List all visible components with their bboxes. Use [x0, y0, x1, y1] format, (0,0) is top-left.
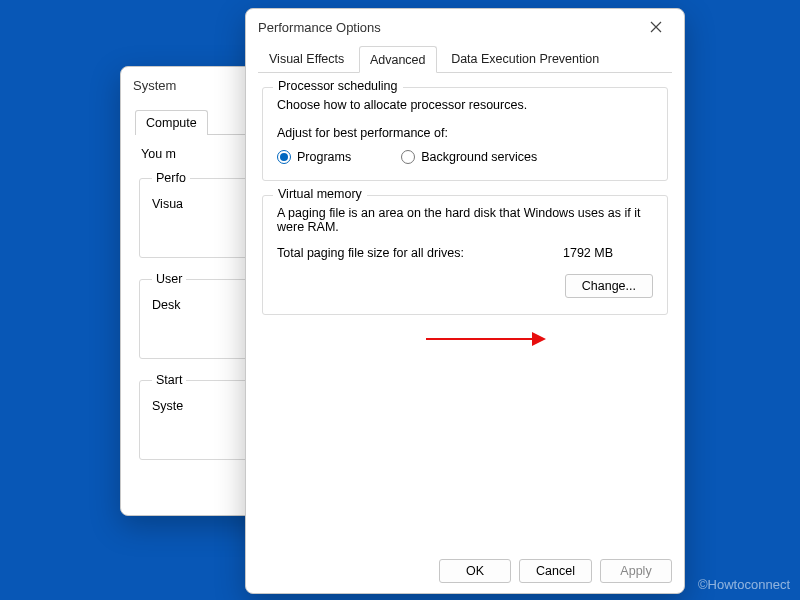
performance-options-window: Performance Options Visual Effects Advan…: [245, 8, 685, 594]
tab-dep[interactable]: Data Execution Prevention: [440, 45, 610, 72]
back-group-userprofiles-legend: User: [152, 272, 186, 286]
close-icon[interactable]: [640, 11, 672, 43]
proc-radios: Programs Background services: [277, 150, 653, 164]
proc-desc: Choose how to allocate processor resourc…: [277, 98, 653, 112]
front-title: Performance Options: [258, 20, 640, 35]
group-processor-scheduling-legend: Processor scheduling: [273, 79, 403, 93]
front-tabstrip: Visual Effects Advanced Data Execution P…: [258, 45, 672, 73]
proc-subhead: Adjust for best performance of:: [277, 126, 653, 140]
group-virtual-memory-legend: Virtual memory: [273, 187, 367, 201]
radio-background-label: Background services: [421, 150, 537, 164]
vm-desc: A paging file is an area on the hard dis…: [277, 206, 653, 234]
apply-button[interactable]: Apply: [600, 559, 672, 583]
vm-total-value: 1792 MB: [563, 246, 653, 260]
group-processor-scheduling: Processor scheduling Choose how to alloc…: [262, 87, 668, 181]
front-titlebar[interactable]: Performance Options: [246, 9, 684, 45]
radio-background[interactable]: Background services: [401, 150, 537, 164]
change-button[interactable]: Change...: [565, 274, 653, 298]
tab-advanced[interactable]: Advanced: [359, 46, 437, 73]
back-tab-computer[interactable]: Compute: [135, 110, 208, 135]
radio-programs[interactable]: Programs: [277, 150, 351, 164]
radio-programs-label: Programs: [297, 150, 351, 164]
vm-total-label: Total paging file size for all drives:: [277, 246, 563, 260]
dialog-buttons: OK Cancel Apply: [439, 559, 672, 583]
radio-programs-dot: [277, 150, 291, 164]
group-virtual-memory: Virtual memory A paging file is an area …: [262, 195, 668, 315]
radio-background-dot: [401, 150, 415, 164]
vm-total-row: Total paging file size for all drives: 1…: [277, 246, 653, 260]
watermark: ©Howtoconnect: [698, 577, 790, 592]
cancel-button[interactable]: Cancel: [519, 559, 592, 583]
ok-button[interactable]: OK: [439, 559, 511, 583]
back-group-performance-legend: Perfo: [152, 171, 190, 185]
tab-visual-effects[interactable]: Visual Effects: [258, 45, 355, 72]
back-group-startup-legend: Start: [152, 373, 186, 387]
